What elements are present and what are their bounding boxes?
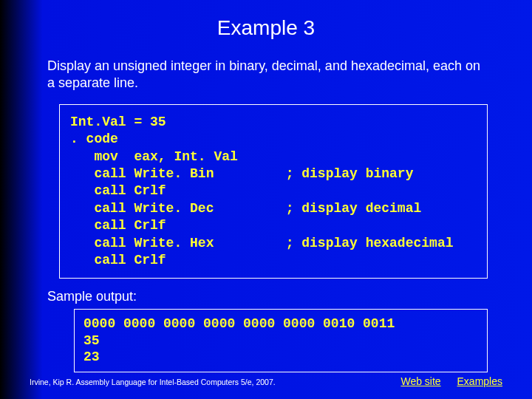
website-link[interactable]: Web site [400, 375, 440, 387]
footer-bar: Irvine, Kip R. Assembly Language for Int… [30, 375, 502, 387]
sample-output-box: 0000 0000 0000 0000 0000 0000 0010 0011 … [74, 309, 488, 372]
examples-link[interactable]: Examples [457, 375, 502, 387]
description-text: Display an unsigned integer in binary, d… [47, 58, 488, 92]
sample-output-label: Sample output: [47, 289, 532, 304]
code-listing: Int.Val = 35 . code mov eax, Int. Val ca… [59, 104, 488, 279]
footer-links: Web site Examples [387, 375, 502, 387]
slide-title: Example 3 [0, 0, 532, 40]
footer-credit: Irvine, Kip R. Assembly Language for Int… [30, 378, 387, 386]
